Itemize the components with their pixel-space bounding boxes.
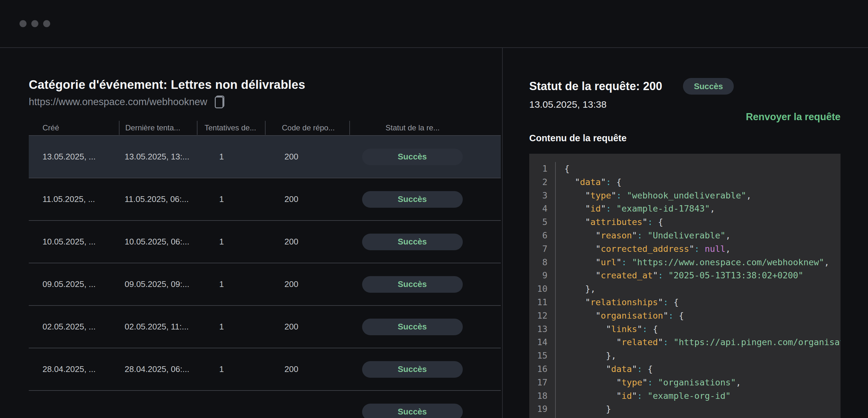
line-number: 13 <box>529 322 548 336</box>
events-panel: Catégorie d'événement: Lettres non déliv… <box>0 48 503 418</box>
table-row[interactable]: 11.05.2025, ...11.05.2025, 06:...1200Suc… <box>29 178 501 221</box>
cell-attempts: 1 <box>197 152 265 162</box>
request-payload-code[interactable]: 1234567891011121314151617181920 { "data"… <box>529 154 840 418</box>
code-line: "related": "https://api.pingen.com/organ… <box>564 335 840 349</box>
cell-created: 11.05.2025, ... <box>29 194 119 204</box>
main-content: Catégorie d'événement: Lettres non déliv… <box>0 48 868 418</box>
resend-row: Renvoyer la requête <box>529 111 840 123</box>
line-number: 8 <box>529 256 548 269</box>
cell-last-attempt: 13.05.2025, 13:... <box>119 152 197 162</box>
request-status-title: Statut de la requête: 200 <box>529 79 662 93</box>
cell-created: 28.04.2025, ... <box>29 364 119 374</box>
column-header-last-attempt: Dernière tenta... <box>119 121 197 135</box>
table-row[interactable]: 28.04.2025, ...28.04.2025, 06:...1200Suc… <box>29 348 501 391</box>
line-number: 3 <box>529 189 548 202</box>
cell-response-code: 200 <box>265 152 349 162</box>
cell-response-code: 200 <box>265 279 349 289</box>
code-line: "url": "https://www.onespace.com/webhook… <box>564 256 840 269</box>
line-number: 12 <box>529 309 548 322</box>
code-line: } <box>564 403 840 416</box>
table-body: 13.05.2025, ...13.05.2025, 13:...1200Suc… <box>29 136 501 418</box>
cell-response-code: 200 <box>265 194 349 204</box>
line-number: 2 <box>529 175 548 189</box>
code-line: { <box>564 162 840 175</box>
code-line: "type": "webhook_undeliverable", <box>564 189 840 202</box>
line-number: 17 <box>529 376 548 389</box>
column-header-request-status: Statut de la re... <box>349 121 501 135</box>
line-number: 7 <box>529 242 548 256</box>
line-number: 14 <box>529 335 548 349</box>
cell-created: 10.05.2025, ... <box>29 237 119 247</box>
status-badge: Succès <box>362 149 463 165</box>
status-badge: Succès <box>362 276 463 293</box>
code-content: { "data": { "type": "webhook_undeliverab… <box>556 162 840 418</box>
status-badge: Succès <box>362 319 463 335</box>
column-header-attempts: Tentatives de... <box>197 121 265 135</box>
code-line: "data": { <box>564 175 840 189</box>
cell-response-code: 200 <box>265 237 349 247</box>
webhook-url: https://www.onespace.com/webhooknew <box>29 96 207 108</box>
code-line: "attributes": { <box>564 215 840 229</box>
table-row[interactable]: 13.05.2025, ...13.05.2025, 13:...1200Suc… <box>29 136 501 178</box>
status-badge: Succès <box>362 191 463 208</box>
cell-last-attempt: 02.05.2025, 11:... <box>119 322 197 332</box>
code-line: "created_at": "2025-05-13T13:38:02+0200" <box>564 269 840 282</box>
line-number: 4 <box>529 202 548 215</box>
status-badge: Succès <box>362 404 463 418</box>
cell-last-attempt: 11.05.2025, 06:... <box>119 194 197 204</box>
code-line: "id": "example-id-17843", <box>564 202 840 215</box>
window-control-dot <box>31 20 38 27</box>
code-line: "type": "organisations", <box>564 376 840 389</box>
window-topbar <box>0 0 868 48</box>
table-row[interactable]: Succès <box>29 391 501 418</box>
line-number: 19 <box>529 403 548 416</box>
cell-request-status: Succès <box>349 361 501 378</box>
cell-created: 02.05.2025, ... <box>29 322 119 332</box>
line-number: 10 <box>529 282 548 296</box>
table-row[interactable]: 10.05.2025, ...10.05.2025, 06:...1200Suc… <box>29 221 501 263</box>
line-number: 15 <box>529 349 548 362</box>
code-line: "data": { <box>564 362 840 376</box>
code-line: "corrected_address": null, <box>564 242 840 256</box>
webhook-events-page: Catégorie d'événement: Lettres non déliv… <box>0 0 868 418</box>
cell-response-code: 200 <box>265 322 349 332</box>
cell-created: 09.05.2025, ... <box>29 279 119 289</box>
line-number: 16 <box>529 362 548 376</box>
column-header-created: Créé <box>29 121 119 135</box>
code-line: "relationships": { <box>564 296 840 309</box>
cell-request-status: Succès <box>349 319 501 335</box>
cell-request-status: Succès <box>349 149 501 165</box>
table-row[interactable]: 02.05.2025, ...02.05.2025, 11:...1200Suc… <box>29 306 501 348</box>
line-number: 6 <box>529 229 548 242</box>
cell-last-attempt: 28.04.2025, 06:... <box>119 364 197 374</box>
request-timestamp: 13.05.2025, 13:38 <box>529 99 840 110</box>
window-control-dot <box>43 20 50 27</box>
cell-attempts: 1 <box>197 237 265 247</box>
request-status-row: Statut de la requête: 200 Succès <box>529 78 840 95</box>
resend-request-link[interactable]: Renvoyer la requête <box>746 111 840 122</box>
copy-url-button[interactable] <box>214 95 225 109</box>
code-line-numbers: 1234567891011121314151617181920 <box>529 162 556 418</box>
window-control-dot <box>20 20 27 27</box>
request-detail-panel: Statut de la requête: 200 Succès 13.05.2… <box>503 48 868 418</box>
line-number: 5 <box>529 215 548 229</box>
cell-last-attempt: 10.05.2025, 06:... <box>119 237 197 247</box>
cell-request-status: Succès <box>349 404 501 418</box>
cell-attempts: 1 <box>197 364 265 374</box>
cell-attempts: 1 <box>197 322 265 332</box>
status-badge: Succès <box>683 78 734 95</box>
table-row[interactable]: 09.05.2025, ...09.05.2025, 09:...1200Suc… <box>29 263 501 306</box>
page-title: Catégorie d'événement: Lettres non déliv… <box>29 78 502 92</box>
column-header-response-code: Code de répo... <box>265 121 349 135</box>
code-line: "reason": "Undeliverable", <box>564 229 840 242</box>
cell-last-attempt: 09.05.2025, 09:... <box>119 279 197 289</box>
code-line: }, <box>564 349 840 362</box>
cell-attempts: 1 <box>197 279 265 289</box>
code-line: }, <box>564 282 840 296</box>
copy-icon <box>215 96 224 108</box>
code-line: }, <box>564 416 840 418</box>
webhook-url-row: https://www.onespace.com/webhooknew <box>29 95 502 109</box>
cell-request-status: Succès <box>349 191 501 208</box>
cell-response-code: 200 <box>265 364 349 374</box>
status-badge: Succès <box>362 234 463 250</box>
